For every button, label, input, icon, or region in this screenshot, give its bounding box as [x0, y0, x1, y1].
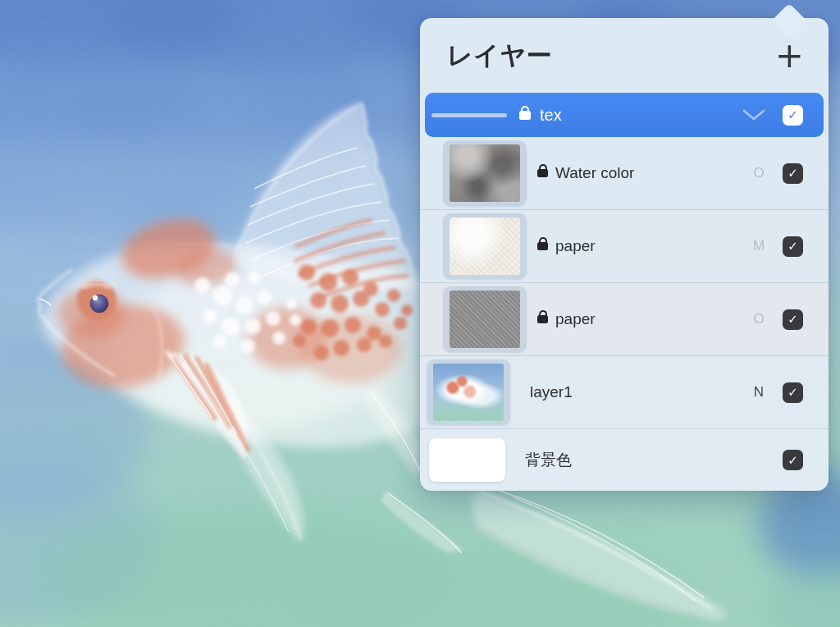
- thumbnail-plate: [443, 140, 527, 206]
- blend-mode-button[interactable]: O: [748, 165, 769, 181]
- check-icon: ✓: [788, 239, 798, 254]
- group-thumbnail-line: [431, 113, 507, 117]
- lock-icon: [537, 315, 548, 323]
- layer-name: paper: [555, 237, 596, 255]
- layer-name: 背景色: [525, 450, 572, 471]
- visibility-checkbox[interactable]: ✓: [783, 309, 803, 330]
- layer-name: Water color: [555, 164, 634, 182]
- check-icon: ✓: [788, 108, 798, 122]
- layer-row-background-color[interactable]: 背景色 ✓: [420, 428, 829, 491]
- layer-row-layer1[interactable]: layer1 N ✓: [420, 355, 829, 428]
- layer-row-paper-light[interactable]: paper M ✓: [420, 209, 829, 282]
- layer-thumbnail[interactable]: [433, 364, 504, 421]
- background-color-thumbnail[interactable]: [429, 438, 505, 482]
- panel-title: レイヤー: [447, 39, 552, 73]
- thumbnail-plate: [443, 286, 527, 352]
- blend-mode-button[interactable]: M: [748, 238, 769, 254]
- layer-name: tex: [540, 106, 562, 125]
- add-layer-button[interactable]: +: [775, 39, 804, 73]
- layers-panel: レイヤー + tex ✓ Water color O ✓ paper M ✓ p…: [420, 18, 829, 487]
- lock-icon: [537, 169, 548, 177]
- layer-row-paper-dark[interactable]: paper O ✓: [420, 282, 829, 355]
- blend-mode-button[interactable]: N: [748, 384, 769, 400]
- layer-name: paper: [555, 310, 596, 328]
- lock-icon: [537, 242, 548, 250]
- check-icon: ✓: [788, 385, 798, 400]
- layer-row-water-color[interactable]: Water color O ✓: [420, 137, 829, 209]
- blend-mode-button[interactable]: O: [748, 311, 769, 327]
- layer-thumbnail[interactable]: [450, 144, 520, 202]
- check-icon: ✓: [788, 312, 798, 327]
- layer-thumbnail[interactable]: [450, 217, 520, 275]
- check-icon: ✓: [788, 166, 798, 181]
- check-icon: ✓: [788, 453, 798, 468]
- layer-name: layer1: [530, 383, 573, 401]
- thumbnail-plate: [427, 359, 510, 425]
- visibility-checkbox[interactable]: ✓: [783, 450, 803, 470]
- layer-thumbnail[interactable]: [450, 291, 520, 348]
- visibility-checkbox[interactable]: ✓: [783, 236, 803, 257]
- visibility-checkbox[interactable]: ✓: [783, 105, 803, 126]
- lock-icon: [519, 111, 531, 120]
- visibility-checkbox[interactable]: ✓: [783, 163, 803, 184]
- chevron-down-icon[interactable]: [742, 108, 766, 121]
- thumbnail-plate: [443, 213, 527, 279]
- panel-header: レイヤー +: [420, 18, 829, 93]
- visibility-checkbox[interactable]: ✓: [783, 382, 803, 403]
- layer-group-row-selected[interactable]: tex ✓: [425, 93, 824, 137]
